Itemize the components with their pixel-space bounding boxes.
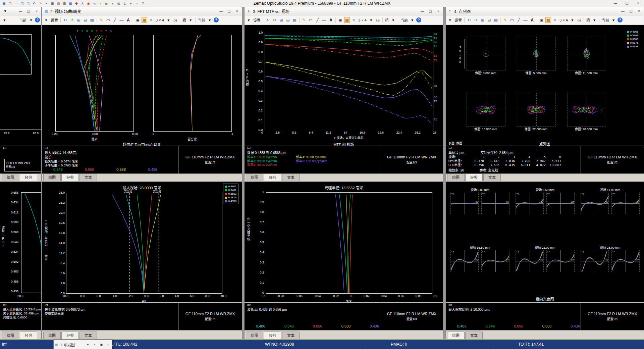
tab-1[interactable]: 经典	[61, 173, 79, 181]
rectangle-annotate-icon[interactable]: ▭	[509, 17, 515, 23]
save-file-icon[interactable]: ◫	[19, 2, 25, 5]
chevron-down-icon[interactable]: ▾	[570, 17, 575, 23]
print-icon[interactable]: ▤	[292, 17, 298, 23]
clipboard-icon[interactable]: ⊟	[285, 17, 291, 23]
maximize-button[interactable]: ▢	[225, 8, 233, 14]
layers-icon[interactable]: ≡	[148, 17, 154, 23]
close-button[interactable]: ×	[105, 343, 111, 346]
line-thickness-label[interactable]: 粗	[182, 17, 187, 23]
app-logo-icon[interactable]: ▣	[1, 2, 7, 5]
minimize-button[interactable]: —	[217, 8, 225, 14]
theme-icon[interactable]: ◉	[337, 17, 343, 23]
config-select-label[interactable]: 当前	[400, 17, 409, 23]
chevron-down-icon[interactable]: ▾	[246, 17, 252, 23]
grid-icon[interactable]: ▦	[545, 17, 551, 23]
line-thickness-label[interactable]: 粗	[586, 17, 591, 23]
maximize-button[interactable]: ▢	[426, 8, 434, 14]
system-explorer-icon[interactable]: ⊟	[61, 2, 67, 5]
chevron-down-icon[interactable]: ▾	[592, 17, 597, 23]
window-titlebar[interactable]: F 3: FFT MTF vs. 视场 — ▢ ×	[245, 7, 443, 15]
settings-button[interactable]: 设置	[50, 17, 59, 23]
close-button[interactable]: ×	[434, 8, 442, 14]
refresh-all-icon[interactable]: ↺	[272, 17, 277, 23]
chevron-down-icon[interactable]: ▾	[166, 17, 171, 23]
window-titlebar[interactable]: ▾ — ▢ ×	[0, 7, 41, 15]
dock-button[interactable]: ▣	[99, 343, 104, 346]
clipboard-icon[interactable]: ⊟	[83, 17, 88, 23]
global-search-icon[interactable]: ▸	[110, 2, 116, 5]
new-file-icon[interactable]: ▢	[7, 2, 13, 5]
text-annotate-icon[interactable]: A	[328, 17, 334, 23]
tab-2[interactable]: 文本	[79, 173, 97, 181]
config-select-label[interactable]: 当前	[197, 17, 206, 23]
close-button[interactable]: ×	[33, 8, 41, 14]
aperture-icon[interactable]: ◉	[86, 2, 92, 5]
chevron-down-icon[interactable]: ▾	[85, 343, 91, 346]
dash-annotate-icon[interactable]: —	[523, 17, 528, 23]
tab-1[interactable]: 经典	[264, 332, 281, 339]
chevron-down-icon[interactable]: ▾	[410, 17, 415, 23]
optimize-icon[interactable]: ▶	[104, 2, 110, 5]
minimize-button[interactable]: —	[16, 8, 24, 14]
chevron-down-icon[interactable]: ▾	[611, 17, 616, 23]
copy-icon[interactable]: ⊞	[49, 2, 55, 5]
layers-icon[interactable]: ≡	[351, 17, 357, 23]
settings-button[interactable]: 设置	[253, 17, 261, 23]
clock-icon[interactable]: ◷	[375, 17, 381, 23]
text-annotate-icon[interactable]: A	[125, 17, 131, 23]
help-button[interactable]: ?	[35, 17, 40, 22]
grid-icon[interactable]: ▦	[142, 17, 147, 23]
redo-icon[interactable]: ↷	[37, 2, 43, 5]
app-close-button[interactable]: ×	[633, 0, 644, 6]
fields-icon[interactable]: ✚	[73, 2, 79, 5]
maximize-button[interactable]: ▢	[627, 8, 635, 14]
app-maximize-button[interactable]: ▢	[621, 0, 633, 6]
tab-0[interactable]: 绘图	[2, 173, 19, 181]
merit-function-icon[interactable]: ✓	[98, 2, 104, 5]
line-annotate-icon[interactable]: ╱	[112, 17, 118, 23]
refresh-all-icon[interactable]: ↺	[473, 17, 479, 23]
clock-icon[interactable]: ◷	[576, 17, 582, 23]
tab-2[interactable]: 文本	[79, 332, 97, 339]
layout-window-titlebar[interactable]: ▥ 9: 布局图 ▾ ⌖ ▣ ×	[53, 340, 112, 349]
rectangle-annotate-icon[interactable]: ▭	[308, 17, 314, 23]
open-file-icon[interactable]: ▭	[13, 2, 19, 5]
tab-1[interactable]: 经典	[465, 173, 483, 181]
help-button[interactable]: ?	[618, 17, 623, 22]
paste-icon[interactable]: ▤	[55, 2, 61, 5]
tab-2[interactable]: 文本	[282, 332, 300, 339]
pencil-annotate-icon[interactable]: ✎	[301, 17, 307, 23]
clipboard-icon[interactable]: ⊟	[486, 17, 492, 23]
zoom-tool-icon[interactable]: ○	[134, 2, 140, 5]
settings-button[interactable]: 设置	[454, 17, 463, 23]
chevron-down-icon[interactable]: ▾	[2, 8, 8, 14]
theme-icon[interactable]: ◉	[539, 17, 544, 23]
refresh-icon[interactable]: ↻	[265, 17, 271, 23]
text-annotate-icon[interactable]: A	[529, 17, 535, 23]
tab-0[interactable]: 绘图	[447, 332, 465, 339]
refresh-icon[interactable]: ↻	[466, 17, 472, 23]
theme-icon[interactable]: ◉	[135, 17, 141, 23]
copy-icon[interactable]: ⊞	[480, 17, 485, 23]
copy-icon[interactable]: ⊞	[76, 17, 82, 23]
close-button[interactable]: ×	[233, 8, 241, 14]
macros-icon[interactable]: ≡	[128, 2, 134, 5]
line-annotate-icon[interactable]: ╱	[315, 17, 320, 23]
wavelengths-icon[interactable]: λ	[79, 2, 86, 5]
app-minimize-button[interactable]: —	[610, 0, 621, 6]
tab-2[interactable]: 文本	[483, 173, 501, 181]
tolerancing-icon[interactable]: ±	[122, 2, 128, 5]
minimize-button[interactable]: —	[619, 8, 627, 14]
help-icon[interactable]: ?	[140, 2, 146, 5]
close-button[interactable]: ×	[635, 8, 643, 14]
grid-size-label[interactable]: 3 × 4	[155, 18, 165, 22]
pencil-annotate-icon[interactable]: ✎	[502, 17, 508, 23]
help-button[interactable]: ?	[416, 17, 421, 22]
print-icon[interactable]: ▤	[89, 17, 95, 23]
maximize-button[interactable]: ▢	[24, 8, 33, 14]
tab-0[interactable]: 绘图	[43, 173, 61, 181]
tab-0[interactable]: 绘图	[246, 173, 263, 181]
tab-0[interactable]: 绘图	[246, 332, 263, 339]
dash-annotate-icon[interactable]: —	[321, 17, 327, 23]
cut-icon[interactable]: ✂	[43, 2, 49, 5]
